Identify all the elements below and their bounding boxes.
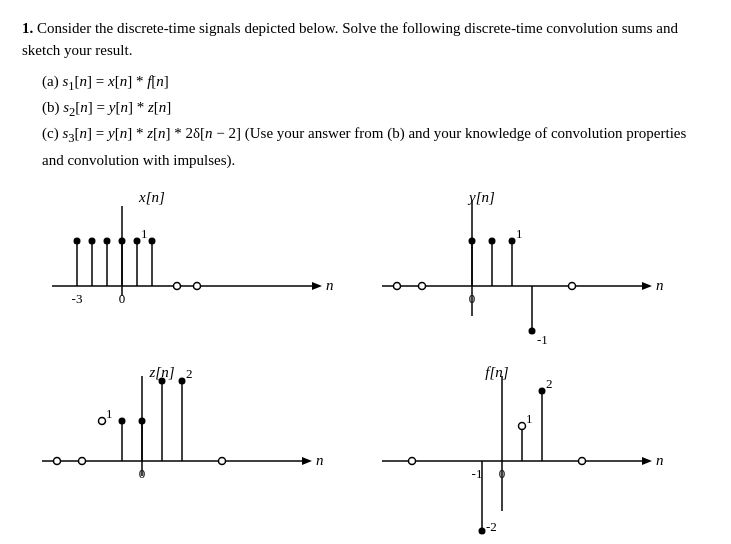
part-c-text: s3[n] = y[n] * z[n] * 2δ[n − 2] (Use you… [42, 125, 686, 167]
part-a-label: (a) [42, 73, 59, 89]
svg-point-53 [519, 422, 526, 429]
graph-yn: y[n] n [362, 186, 702, 361]
svg-point-49 [409, 457, 416, 464]
svg-point-10 [119, 237, 126, 244]
svg-point-35 [79, 457, 86, 464]
fn-val2: 2 [546, 376, 553, 391]
svg-point-16 [194, 282, 201, 289]
main-text: Consider the discrete-time signals depic… [22, 20, 678, 58]
yn-val1: 1 [516, 226, 523, 241]
zn-val2: 2 [186, 366, 193, 381]
svg-point-4 [74, 237, 81, 244]
svg-marker-1 [312, 282, 322, 290]
part-b-label: (b) [42, 99, 60, 115]
zn-val-n2: 1 [106, 406, 113, 421]
yn-tick-0: 0 [469, 291, 476, 306]
svg-marker-32 [302, 457, 312, 465]
svg-point-27 [509, 237, 516, 244]
svg-point-38 [119, 417, 126, 424]
fn-valn2: -2 [486, 519, 497, 534]
svg-point-34 [54, 457, 61, 464]
fn-tick-0: 0 [499, 466, 506, 481]
xn-n-label: n [326, 277, 334, 293]
svg-point-6 [89, 237, 96, 244]
svg-marker-18 [642, 282, 652, 290]
sub-items: (a) s1[n] = x[n] * f[n] (b) s2[n] = y[n]… [42, 70, 709, 172]
yn-valn1: -1 [537, 332, 548, 347]
fn-tick-n1: -1 [472, 466, 483, 481]
graph-zn: z[n] n 1 [22, 361, 362, 536]
svg-point-21 [419, 282, 426, 289]
part-a: (a) s1[n] = x[n] * f[n] [42, 70, 709, 96]
xn-val1: 1 [141, 226, 148, 241]
part-b: (b) s2[n] = y[n] * z[n] [42, 96, 709, 122]
svg-point-44 [179, 377, 186, 384]
part-b-text: s2[n] = y[n] * z[n] [63, 99, 171, 115]
part-c-label: (c) [42, 125, 59, 141]
fn-n-label: n [656, 452, 664, 468]
svg-point-56 [579, 457, 586, 464]
zn-n-label: n [316, 452, 324, 468]
problem-container: 1. Consider the discrete-time signals de… [22, 18, 709, 172]
svg-point-30 [569, 282, 576, 289]
problem-number: 1. [22, 20, 33, 36]
fn-label: f[n] [485, 364, 509, 380]
part-a-text: s1[n] = x[n] * f[n] [62, 73, 168, 89]
svg-point-12 [134, 237, 141, 244]
zn-tick-0: 0 [139, 466, 146, 481]
svg-point-45 [219, 457, 226, 464]
svg-point-36 [99, 417, 106, 424]
graph-xn: x[n] n [22, 186, 362, 361]
problem-statement: 1. Consider the discrete-time signals de… [22, 18, 709, 62]
svg-point-51 [479, 527, 486, 534]
graphs-container: x[n] n [22, 186, 709, 536]
part-c: (c) s3[n] = y[n] * z[n] * 2δ[n − 2] (Use… [42, 122, 709, 172]
svg-point-15 [174, 282, 181, 289]
svg-point-23 [469, 237, 476, 244]
fn-val1: 1 [526, 411, 533, 426]
svg-point-25 [489, 237, 496, 244]
xn-tick-n3: -3 [72, 291, 83, 306]
svg-point-42 [159, 377, 166, 384]
xn-tick-0: 0 [119, 291, 126, 306]
svg-point-14 [149, 237, 156, 244]
svg-point-20 [394, 282, 401, 289]
svg-point-8 [104, 237, 111, 244]
xn-label: x[n] [138, 189, 165, 205]
graph-fn: f[n] n -2 -1 0 [362, 361, 702, 536]
yn-n-label: n [656, 277, 664, 293]
svg-marker-47 [642, 457, 652, 465]
svg-point-55 [539, 387, 546, 394]
svg-point-40 [139, 417, 146, 424]
svg-point-29 [529, 327, 536, 334]
